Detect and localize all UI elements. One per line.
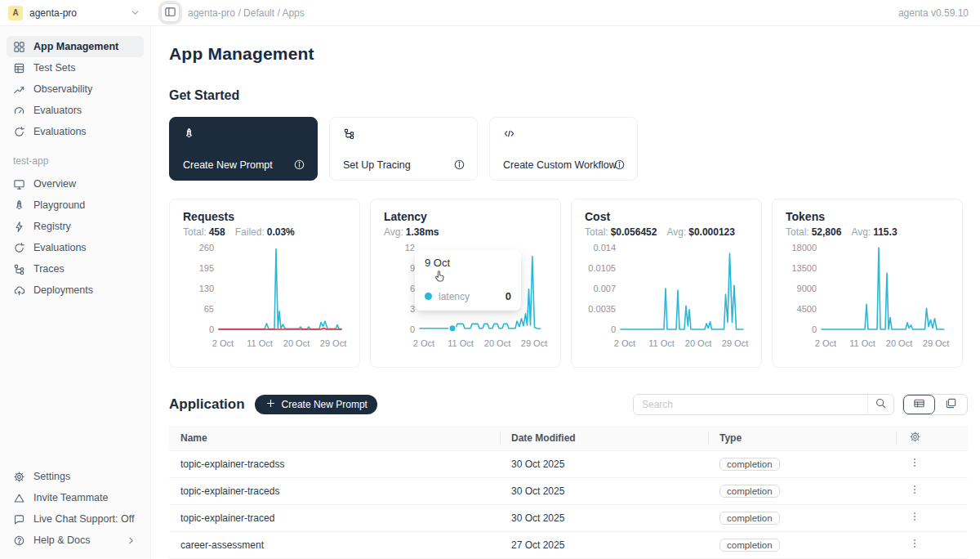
workspace-selector[interactable]: A agenta-pro — [0, 0, 151, 25]
date-modified: 30 Oct 2025 — [500, 477, 708, 504]
table-row[interactable]: topic-explainer-traced30 Oct 2025complet… — [169, 504, 968, 531]
tokens-line-chart[interactable]: 04500900013500180002 Oct11 Oct20 Oct29 O… — [786, 243, 951, 351]
top-bar: A agenta-pro agenta-pro / Default / Apps… — [0, 0, 980, 26]
svg-text:18000: 18000 — [791, 243, 817, 253]
view-toggle — [902, 394, 968, 415]
sidebar-item-traces[interactable]: Traces — [7, 258, 144, 280]
svg-text:20 Oct: 20 Oct — [484, 338, 510, 348]
sidebar-main-menu: App ManagementTest SetsObservabilityEval… — [7, 36, 144, 142]
row-actions-button[interactable] — [907, 455, 922, 472]
card-view-button[interactable] — [935, 395, 967, 414]
table-row[interactable]: topic-explainer-traceds30 Oct 2025comple… — [169, 477, 968, 504]
sidebar-item-overview[interactable]: Overview — [7, 173, 144, 195]
svg-text:29 Oct: 29 Oct — [923, 338, 949, 348]
chart-line-icon — [13, 83, 25, 96]
table-view-icon — [913, 397, 925, 412]
row-actions-button[interactable] — [907, 536, 922, 553]
row-actions-button[interactable] — [907, 482, 922, 499]
get-started-cards: Create New PromptSet Up TracingCreate Cu… — [169, 117, 980, 181]
chart-stats: Total:458Failed:0.03% — [183, 226, 346, 238]
sidebar-item-label: Evaluators — [33, 105, 82, 116]
info-icon[interactable] — [293, 159, 305, 171]
sidebar-item-label: Live Chat Support: Off — [33, 513, 134, 525]
svg-text:0.0105: 0.0105 — [588, 263, 616, 273]
sidebar-item-test-sets[interactable]: Test Sets — [7, 57, 144, 78]
chart-title: Latency — [384, 210, 547, 223]
sidebar-item-label: Observability — [33, 83, 92, 95]
sidebar-item-playground[interactable]: Playground — [7, 195, 144, 216]
svg-text:11 Oct: 11 Oct — [448, 338, 474, 348]
app-name: topic-explainer-traceds — [169, 477, 500, 504]
search-input[interactable] — [634, 395, 867, 414]
sidebar-item-deployments[interactable]: Deployments — [7, 280, 144, 301]
table-row[interactable]: career-assessment27 Oct 2025completion — [169, 531, 968, 558]
stat-failed: Failed:0.03% — [235, 226, 295, 238]
search-icon — [875, 397, 887, 412]
sidebar-item-live-chat-support-off[interactable]: Live Chat Support: Off — [7, 508, 144, 530]
rocket-icon — [13, 199, 25, 212]
column-settings-button[interactable] — [907, 429, 923, 447]
table-view-button[interactable] — [903, 395, 935, 414]
sidebar-item-label: Traces — [33, 263, 65, 275]
search-box — [633, 394, 894, 415]
create-custom-workflow-card[interactable]: Create Custom Workflow — [489, 117, 638, 181]
series-dot — [425, 293, 432, 300]
svg-text:65: 65 — [204, 304, 214, 314]
sidebar-collapse-button[interactable] — [161, 3, 180, 22]
svg-text:0: 0 — [410, 324, 415, 334]
code-icon — [503, 127, 624, 140]
breadcrumb[interactable]: agenta-pro / Default / Apps — [188, 7, 305, 19]
page-title: App Management — [169, 44, 980, 64]
application-heading: Application — [169, 396, 245, 413]
svg-text:11 Oct: 11 Oct — [247, 338, 273, 348]
set-up-tracing-card[interactable]: Set Up Tracing — [329, 117, 478, 181]
search-button[interactable] — [867, 395, 893, 414]
gauge-icon — [13, 105, 25, 117]
info-icon[interactable] — [613, 159, 626, 171]
svg-text:0.0035: 0.0035 — [588, 304, 616, 314]
svg-text:260: 260 — [199, 243, 214, 253]
table-row[interactable]: topic-explainer-tracedss30 Oct 2025compl… — [169, 450, 968, 477]
create-new-prompt-button[interactable]: Create New Prompt — [255, 395, 377, 414]
create-new-prompt-card[interactable]: Create New Prompt — [169, 117, 318, 181]
chart-tooltip: 9 Octlatency0 — [415, 250, 521, 311]
sidebar-item-label: Evaluations — [33, 126, 87, 137]
chevron-right-icon — [125, 534, 137, 547]
requests-line-chart[interactable]: 0651301952602 Oct11 Oct20 Oct29 Oct — [183, 243, 348, 351]
sidebar-item-label: Overview — [33, 178, 76, 190]
sidebar-item-label: Invite Teammate — [33, 492, 108, 503]
sidebar-group-label: test-app — [13, 155, 144, 167]
info-icon[interactable] — [453, 159, 466, 171]
sidebar-app-menu: OverviewPlaygroundRegistryEvaluationsTra… — [7, 173, 144, 301]
question-icon — [13, 534, 25, 547]
svg-text:2 Oct: 2 Oct — [413, 338, 434, 348]
sidebar-item-help-docs[interactable]: Help & Docs — [7, 530, 144, 551]
sidebar-item-evaluators[interactable]: Evaluators — [7, 100, 144, 121]
svg-text:12: 12 — [405, 243, 415, 253]
sidebar-item-registry[interactable]: Registry — [7, 216, 144, 237]
date-modified: 30 Oct 2025 — [500, 450, 708, 477]
gear-icon — [13, 471, 25, 483]
cost-line-chart[interactable]: 00.00350.0070.01050.0142 Oct11 Oct20 Oct… — [585, 243, 750, 351]
chart-card-latency: LatencyAvg:1.38ms0369122 Oct11 Oct20 Oct… — [370, 199, 561, 368]
row-actions-button[interactable] — [907, 509, 922, 526]
stat-avg: Avg:1.38ms — [384, 226, 439, 238]
sidebar-item-label: Registry — [33, 221, 71, 232]
svg-text:195: 195 — [199, 263, 214, 273]
sidebar-item-evaluations[interactable]: Evaluations — [7, 237, 144, 258]
refresh-icon — [13, 126, 25, 138]
chart-card-cost: CostTotal:$0.056452Avg:$0.00012300.00350… — [571, 199, 762, 368]
sidebar-item-observability[interactable]: Observability — [7, 78, 144, 100]
plus-icon — [265, 397, 277, 412]
triangle-icon — [13, 492, 25, 504]
chart-stats: Total:52,806Avg:115.3 — [786, 226, 949, 238]
sidebar-item-app-management[interactable]: App Management — [7, 36, 144, 57]
sidebar-item-label: Help & Docs — [33, 534, 90, 546]
sidebar-item-invite-teammate[interactable]: Invite Teammate — [7, 487, 144, 508]
sidebar-item-settings[interactable]: Settings — [7, 466, 144, 487]
sidebar-item-evaluations[interactable]: Evaluations — [7, 121, 144, 142]
svg-text:0: 0 — [209, 324, 214, 334]
card-label: Create Custom Workflow — [503, 159, 617, 171]
grid-icon — [13, 41, 25, 53]
application-header-row: Application Create New Prompt — [169, 394, 968, 415]
